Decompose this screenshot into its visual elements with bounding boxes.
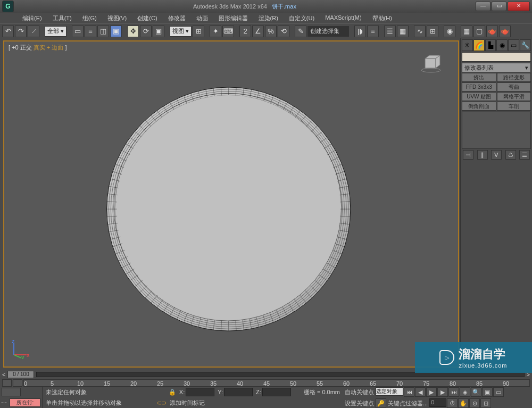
key-filters-button[interactable]: 关键点过滤器... <box>387 398 429 408</box>
mod-button-bevelprofile[interactable]: 倒角剖面 <box>462 102 496 111</box>
menu-edit[interactable]: 编辑(E) <box>17 13 47 23</box>
maximize-button[interactable]: ▭ <box>492 2 506 11</box>
mod-button-lathe[interactable]: 车削 <box>497 102 531 111</box>
viewport-label[interactable]: [ +0 正交 真实 + 边面 ] <box>9 44 66 52</box>
link-button[interactable]: ⟋ <box>28 26 39 37</box>
pivot-center-button[interactable]: ⊞ <box>193 26 204 37</box>
tab-hierarchy[interactable]: ▙ <box>485 39 496 51</box>
trackbar-open-button[interactable] <box>2 379 12 387</box>
lock-icon[interactable]: ⊂⊃ <box>157 399 167 406</box>
current-frame-input[interactable]: 0 <box>429 398 446 407</box>
make-unique-button[interactable]: ∀ <box>491 150 502 160</box>
time-config-button[interactable]: ⏱ <box>447 398 458 408</box>
graphite-tools-button[interactable]: ▦ <box>397 26 409 37</box>
menu-create[interactable]: 创建(C) <box>132 13 162 23</box>
select-by-name-button[interactable]: ≡ <box>85 26 96 37</box>
trackbar-key-button[interactable] <box>13 379 22 387</box>
render-iterative-button[interactable]: 🫖 <box>499 26 511 37</box>
selection-lock-icon[interactable]: 🔒 <box>169 389 176 396</box>
menu-modifiers[interactable]: 修改器 <box>163 13 191 23</box>
zoom-all-button[interactable]: ▣ <box>482 387 493 397</box>
named-selection-dropdown[interactable]: 创建选择集 <box>307 26 349 37</box>
set-key-large-button[interactable]: 🔑 <box>376 398 386 408</box>
pin-stack-button[interactable]: ⊣ <box>463 150 473 160</box>
mod-button-ffd[interactable]: FFD 3x3x3 <box>462 82 496 91</box>
mod-button-bend[interactable]: 弯曲 <box>497 82 531 91</box>
layer-manager-button[interactable]: ☰ <box>384 26 396 37</box>
tab-modify[interactable]: 🌈 <box>473 39 485 51</box>
time-ruler[interactable]: 051015202530354045505560657075808590 <box>23 379 530 387</box>
align-button[interactable]: ≡ <box>367 26 379 37</box>
maxscript-listener-button[interactable]: 所在行: <box>10 398 40 407</box>
select-region-button[interactable]: ◫ <box>97 26 109 37</box>
object-name-field[interactable] <box>462 52 531 62</box>
tab-utilities[interactable]: 🔧 <box>520 39 531 51</box>
mod-button-pathdeform[interactable]: 路径变形 <box>497 73 531 82</box>
transform-z-input[interactable] <box>262 388 291 396</box>
auto-key-button[interactable]: 自动关键点 <box>344 387 375 397</box>
minimize-button[interactable]: — <box>476 2 491 11</box>
remove-modifier-button[interactable]: ♺ <box>505 150 516 160</box>
manipulate-button[interactable]: ✦ <box>210 26 221 37</box>
isolate-button[interactable]: ◈ <box>460 387 470 397</box>
menu-grapheditors[interactable]: 图形编辑器 <box>213 13 253 23</box>
viewport-perspective[interactable]: [ +0 正交 真实 + 边面 ] <box>3 40 459 368</box>
menu-rendering[interactable]: 渲染(R) <box>253 13 284 23</box>
maxscript-mini-listener[interactable] <box>2 388 21 396</box>
zoom-button[interactable]: 🔍 <box>471 387 481 397</box>
time-slider-thumb[interactable]: 0 / 100 <box>7 371 34 378</box>
goto-start-button[interactable]: ⏮ <box>404 387 414 397</box>
zoom-extents-button[interactable]: ▭ <box>493 387 504 397</box>
set-key-button[interactable]: 设置关键点 <box>344 398 375 408</box>
menu-group[interactable]: 组(G) <box>77 13 102 23</box>
select-move-button[interactable]: ✥ <box>127 26 139 37</box>
select-object-button[interactable]: ▭ <box>72 26 84 37</box>
tab-create[interactable]: ✳ <box>462 39 473 51</box>
app-logo-icon[interactable]: G <box>2 1 14 12</box>
configure-sets-button[interactable]: ☰ <box>519 150 530 160</box>
play-button[interactable]: ▶ <box>426 387 437 397</box>
menu-customize[interactable]: 自定义(U) <box>284 13 320 23</box>
redo-button[interactable]: ↷ <box>15 26 27 37</box>
select-rotate-button[interactable]: ⟳ <box>140 26 152 37</box>
mod-button-extrude[interactable]: 挤出 <box>462 73 496 82</box>
add-time-tag-button[interactable]: 添加时间标记 <box>170 399 205 407</box>
mod-button-meshsmooth[interactable]: 网格平滑 <box>497 92 531 101</box>
rendered-frame-button[interactable]: ▢ <box>473 26 485 37</box>
mod-button-uvw[interactable]: UVW 贴图 <box>462 92 496 101</box>
transform-x-input[interactable] <box>186 388 214 396</box>
close-button[interactable]: ✕ <box>508 2 530 11</box>
menu-tools[interactable]: 工具(T) <box>47 13 77 23</box>
schematic-view-button[interactable]: ⊞ <box>427 26 438 37</box>
transform-y-input[interactable] <box>224 388 253 396</box>
max-viewport-button[interactable]: ⊡ <box>480 398 491 408</box>
render-production-button[interactable]: 🫖 <box>486 26 498 37</box>
viewcube[interactable] <box>420 54 442 73</box>
angle-snap-button[interactable]: ∠ <box>252 26 264 37</box>
modifier-stack[interactable] <box>462 112 531 149</box>
mirror-button[interactable]: |◗ <box>354 26 366 37</box>
curve-editor-button[interactable]: ∿ <box>414 26 426 37</box>
key-target-dropdown[interactable]: 选定对象 <box>376 387 403 396</box>
selection-filter-dropdown[interactable]: 全部 ▾ <box>45 26 66 37</box>
menu-view[interactable]: 视图(V) <box>102 13 132 23</box>
select-scale-button[interactable]: ▣ <box>153 26 164 37</box>
edit-selection-set-button[interactable]: ✎ <box>295 26 306 37</box>
keyboard-shortcut-button[interactable]: ⌨ <box>222 26 234 37</box>
spinner-snap-button[interactable]: ⟲ <box>278 26 289 37</box>
next-frame-button[interactable]: ▶ <box>437 387 448 397</box>
menu-animation[interactable]: 动画 <box>191 13 213 23</box>
modifier-list-dropdown[interactable]: 修改器列表▾ <box>462 63 531 72</box>
prev-frame-button[interactable]: ◀ <box>415 387 426 397</box>
menu-maxscript[interactable]: MAXScript(M) <box>320 13 367 23</box>
menu-help[interactable]: 帮助(H) <box>367 13 397 23</box>
pan-button[interactable]: ✋ <box>458 398 469 408</box>
snap-2d-button[interactable]: 2 <box>239 26 251 37</box>
ref-coord-dropdown[interactable]: 视图 ▾ <box>170 26 192 37</box>
orbit-button[interactable]: ⊙ <box>469 398 480 408</box>
tab-motion[interactable]: ◉ <box>496 39 508 51</box>
show-end-result-button[interactable]: ∥ <box>477 150 488 160</box>
tab-display[interactable]: ▭ <box>508 39 519 51</box>
material-editor-button[interactable]: ◉ <box>444 26 455 37</box>
render-setup-button[interactable]: ▦ <box>461 26 472 37</box>
